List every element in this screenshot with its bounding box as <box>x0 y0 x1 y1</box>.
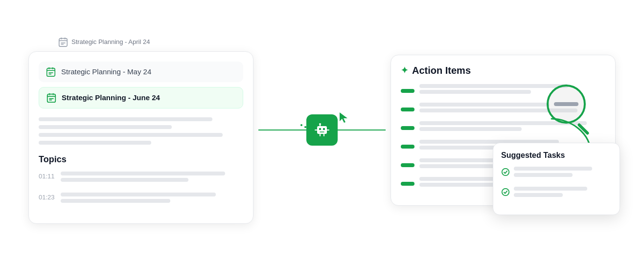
ghost-label-text: Strategic Planning - April 24 <box>71 38 150 45</box>
check-icon-1 <box>501 168 510 176</box>
cursor-svg <box>338 110 351 124</box>
al3-l2 <box>419 127 522 131</box>
al2-l1 <box>419 103 550 107</box>
green-bar-4 <box>401 145 414 149</box>
s2-l2 <box>514 193 563 197</box>
ph-line-1 <box>39 117 212 121</box>
ph-line-2 <box>39 125 172 129</box>
meeting-may-item[interactable]: Strategic Planning - May 24 <box>39 62 243 82</box>
suggested-tasks-title: Suggested Tasks <box>501 151 612 160</box>
s2-l1 <box>514 187 587 191</box>
suggested-row-1 <box>501 167 612 181</box>
suggested-lines-2 <box>514 187 587 201</box>
may-calendar-icon <box>46 66 56 77</box>
t1-line1 <box>61 172 225 175</box>
action-items-label: Action Items <box>412 65 471 76</box>
left-section: Strategic Planning - April 24 Strategic … <box>28 37 253 224</box>
svg-rect-18 <box>317 126 327 134</box>
topic2-time: 01:23 <box>39 193 56 201</box>
svg-point-31 <box>502 188 509 195</box>
green-bar-1 <box>401 89 414 93</box>
main-container: Strategic Planning - April 24 Strategic … <box>28 10 616 250</box>
al1-l2 <box>419 90 531 94</box>
topic1-time: 01:11 <box>39 172 56 180</box>
s1-l1 <box>514 167 592 171</box>
ghost-meeting-label: Strategic Planning - April 24 <box>58 37 253 47</box>
green-bar-2 <box>401 108 414 111</box>
placeholder-lines <box>39 117 243 145</box>
t2-line1 <box>61 193 216 196</box>
svg-rect-20 <box>323 128 325 130</box>
magnify-content <box>554 102 578 106</box>
topic1-lines <box>61 172 243 186</box>
t2-line2 <box>61 199 170 203</box>
svg-rect-0 <box>59 38 68 46</box>
svg-rect-6 <box>47 68 55 76</box>
action-items-title: ✦ Action Items <box>401 65 605 76</box>
ph-line-3 <box>39 133 223 137</box>
right-card: ✦ Action Items <box>391 55 616 206</box>
topics-title: Topics <box>39 154 243 165</box>
green-bar-5 <box>401 163 414 167</box>
topic-row-2: 01:23 <box>39 193 243 207</box>
suggested-lines-1 <box>514 167 592 181</box>
bot-svg <box>313 121 331 139</box>
green-bar-6 <box>401 182 414 186</box>
cursor-indicator <box>338 110 351 126</box>
bot-icon <box>306 114 338 146</box>
svg-rect-19 <box>319 128 321 130</box>
t1-line2 <box>61 178 188 182</box>
svg-marker-28 <box>340 112 347 123</box>
right-section: ✦ Action Items <box>391 55 616 206</box>
svg-point-23 <box>319 123 321 125</box>
s1-l2 <box>514 173 573 177</box>
spark-dot-1 <box>300 124 302 126</box>
check-icon-2 <box>501 188 510 196</box>
left-card: Strategic Planning - May 24 Strategic Pl… <box>28 51 253 224</box>
topic2-lines <box>61 193 243 207</box>
suggested-tasks-popup: Suggested Tasks <box>493 143 620 215</box>
al1-l1 <box>419 84 568 88</box>
meeting-june-label: Strategic Planning - June 24 <box>62 93 160 102</box>
june-calendar-icon <box>46 92 57 103</box>
ghost-calendar-icon <box>58 37 69 47</box>
sparkle-icon: ✦ <box>401 65 408 76</box>
connector-section <box>273 114 371 146</box>
svg-point-30 <box>502 168 509 175</box>
topics-section: Topics 01:11 01:23 <box>39 154 243 207</box>
meeting-may-label: Strategic Planning - May 24 <box>61 67 151 76</box>
suggested-row-2 <box>501 187 612 201</box>
green-bar-3 <box>401 126 414 130</box>
topic-row-1: 01:11 <box>39 172 243 186</box>
meeting-june-item[interactable]: Strategic Planning - June 24 <box>39 87 243 108</box>
ph-line-4 <box>39 141 151 145</box>
